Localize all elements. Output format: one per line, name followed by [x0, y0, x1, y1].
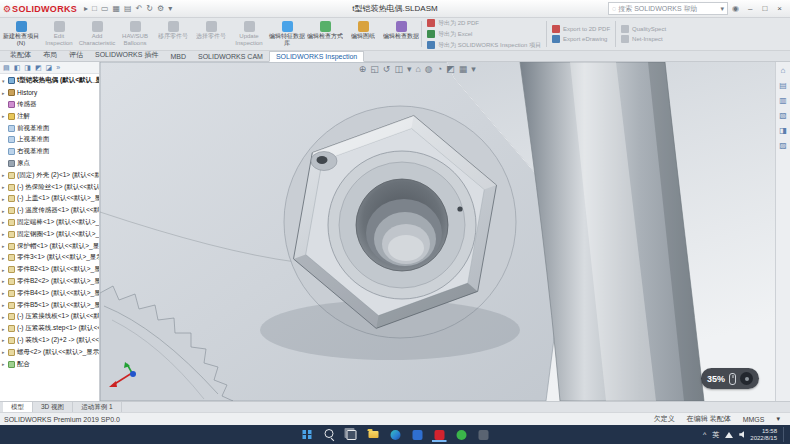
qualityspect-button[interactable]: QualitySpect [621, 25, 666, 33]
propertymanager-tab[interactable]: ◧ [14, 64, 21, 72]
tree-item[interactable]: ▸ 配合 [0, 358, 99, 370]
tree-item[interactable]: ▸ 零件B5<1> (默认<<默认>_显示状态 1>) [0, 299, 99, 311]
input-language-indicator[interactable]: 英 [712, 430, 719, 440]
app-icon[interactable] [476, 427, 491, 442]
show-desktop-button[interactable] [783, 427, 785, 442]
minimize-button[interactable]: – [743, 4, 757, 13]
search-dropdown-icon[interactable]: ▾ [721, 5, 725, 13]
displaymanager-tab[interactable]: ◪ [46, 64, 53, 72]
tab-inspection[interactable]: SOLIDWORKS Inspection [269, 51, 364, 62]
tree-item[interactable]: 传感器 [0, 99, 99, 111]
task-pane-custom-props-icon[interactable]: ▨ [779, 141, 787, 150]
help-search-box[interactable]: ◌ 搜索 SOLIDWORKS 帮助 ▾ [608, 2, 728, 15]
new-document-icon[interactable]: □ [92, 4, 97, 13]
tree-item[interactable]: ▸ History [0, 87, 99, 99]
edit-inspection-data-button[interactable]: 编辑检查数据 [382, 19, 420, 49]
tree-item[interactable]: ▸ 注解 [0, 110, 99, 122]
start-button[interactable] [300, 427, 315, 442]
user-account-icon[interactable]: ◉ [732, 4, 739, 13]
view-orientation-icon[interactable]: ⌂ [415, 64, 420, 74]
select-balloon-button[interactable]: 选择零件号 [192, 19, 230, 49]
browser-icon[interactable] [410, 427, 425, 442]
network-icon[interactable] [725, 432, 733, 438]
graphics-viewport[interactable]: ⊕◱↺◫▾⌂◍◔◩▦▾ 35% [100, 62, 775, 401]
tree-item[interactable]: ▸ 零件3<1> (默认<<默认>_显示状态 1>) [0, 252, 99, 264]
print-icon[interactable]: ▤ [124, 4, 132, 13]
export-inspection-project-button[interactable]: 导出为 SOLIDWORKS Inspection 项目 [427, 41, 541, 50]
previous-view-icon[interactable]: ↺ [383, 64, 391, 74]
tree-item[interactable]: ▸ 保护帽<1> (默认<<默认>_显示状态 1>) [0, 240, 99, 252]
edit-feature-database-button[interactable]: 编辑特征数据库 [268, 19, 306, 49]
task-pane-file-explorer-icon[interactable]: ▥ [779, 96, 787, 105]
tree-item[interactable]: ▸ (-) 装线<1> (2)+2 -> (默认<<默认>_显示状态 1>) [0, 335, 99, 347]
tree-item[interactable]: ▸ 固定端棒<1> (默认<<默认>_显示状态 1>) [0, 217, 99, 229]
tab-mbd[interactable]: MBD [164, 52, 192, 61]
apply-scene-icon[interactable]: ▦ [459, 64, 468, 74]
tab-addins[interactable]: SOLIDWORKS 插件 [89, 49, 164, 61]
tree-item[interactable]: ▸ 零件B2<1> (默认<<默认>_显示状态 1>) [0, 264, 99, 276]
edge-icon[interactable] [388, 427, 403, 442]
rebuild-icon[interactable]: ↻ [146, 4, 153, 13]
zoom-area-icon[interactable]: ◱ [370, 64, 379, 74]
search-button[interactable] [322, 427, 337, 442]
update-inspection-button[interactable]: Update Inspection [230, 19, 268, 49]
tree-item[interactable]: ▸ (-) 压紧装线.step<1> (默认<<默认>_显示状态 1>) [0, 323, 99, 335]
edit-drawing-button[interactable]: 编辑图纸 [344, 19, 382, 49]
section-view-icon[interactable]: ◫ [394, 64, 403, 74]
maximize-button[interactable]: □ [757, 4, 772, 13]
tab-evaluate[interactable]: 评估 [63, 49, 89, 61]
tree-item[interactable]: ▸ 螺母<2> (默认<<默认>_显示状态 1>) [0, 346, 99, 358]
task-pane-appearances-icon[interactable]: ◨ [779, 126, 787, 135]
tab-cam[interactable]: SOLIDWORKS CAM [192, 52, 269, 61]
tray-expand-icon[interactable]: ^ [703, 431, 706, 438]
tree-item[interactable]: ▸ (-) 上盖<1> (默认<<默认>_显示状态 1>) [0, 193, 99, 205]
close-button[interactable]: × [772, 4, 787, 13]
section-dropdown-icon[interactable]: ▾ [407, 64, 412, 74]
task-pane-design-library-icon[interactable]: ▤ [779, 81, 787, 90]
tree-item[interactable]: 上视基准面 [0, 134, 99, 146]
net-inspect-button[interactable]: Net-Inspect [621, 35, 666, 43]
motion-study-tab[interactable]: 运动算例 1 [73, 402, 121, 412]
featuremanager-tab[interactable]: ▤ [3, 64, 10, 72]
dimxpert-tab[interactable]: ◩ [35, 64, 42, 72]
3d-model[interactable] [100, 62, 775, 401]
task-pane-resources-icon[interactable]: ⌂ [781, 66, 786, 75]
toolbar-dropdown-icon[interactable]: ▾ [168, 4, 172, 13]
tab-assembly[interactable]: 装配体 [4, 49, 37, 61]
taskbar-clock[interactable]: 15:58 2022/8/15 [750, 428, 777, 442]
tree-item[interactable]: 右视基准面 [0, 146, 99, 158]
edit-appearance-icon[interactable]: ◩ [446, 64, 455, 74]
tree-item[interactable]: ▸ 零件B4<1> (默认<<默认>_显示状态 1>) [0, 287, 99, 299]
save-icon[interactable]: ▦ [113, 4, 121, 13]
tab-layout[interactable]: 布局 [37, 49, 63, 61]
tree-item[interactable]: ▸ (-) 压紧接线板<1> (默认<<默认>_显示状态 1>) [0, 311, 99, 323]
new-inspection-project-button[interactable]: 新建检查项目(N) [2, 19, 40, 49]
sort-balloon-button[interactable]: 移序零件号 [154, 19, 192, 49]
file-explorer-icon[interactable] [366, 427, 381, 442]
export-edrawing-button[interactable]: Export eDrawing [552, 35, 610, 43]
volume-icon[interactable] [739, 431, 744, 438]
export-to-2d-pdf-button[interactable]: Export to 2D PDF [552, 25, 610, 33]
tree-item[interactable]: ▸ 零件B2<2> (默认<<默认>_显示状态 1>) [0, 276, 99, 288]
messenger-icon[interactable] [454, 427, 469, 442]
tree-item[interactable]: 原点 [0, 158, 99, 170]
hide-show-items-icon[interactable]: ◔ [437, 64, 442, 74]
tree-item[interactable]: ▾ t型铠装热电偶 (默认<默认_显示状态-1>) [0, 75, 99, 87]
configurationmanager-tab[interactable]: ◨ [24, 64, 31, 72]
model-tab[interactable]: 模型 [3, 402, 33, 412]
edit-inspection-method-button[interactable]: 编辑检查方式 [306, 19, 344, 49]
menu-expand-icon[interactable]: ▸ [84, 4, 88, 13]
solidworks-taskbar-icon[interactable] [432, 427, 447, 442]
export-excel-button[interactable]: 导出为 Excel [427, 30, 541, 39]
3d-views-tab[interactable]: 3D 视图 [33, 402, 73, 412]
task-view-button[interactable] [344, 427, 359, 442]
view-settings-icon[interactable]: ▾ [471, 64, 476, 74]
auto-balloon-button[interactable]: HAV/SUB Balloons [116, 19, 154, 49]
zoom-fit-icon[interactable]: ⊕ [359, 64, 367, 74]
tree-item[interactable]: ▸ (-) 热保险丝<1> (默认<<默认>_显示状态 1>) [0, 181, 99, 193]
edit-inspection-project-button[interactable]: Edit Inspection [40, 19, 78, 49]
options-icon[interactable]: ⚙ [157, 4, 164, 13]
tree-item[interactable]: ▸ (固定) 外壳 (2)<1> (默认<<默认>_显示状态 1>) [0, 169, 99, 181]
display-style-icon[interactable]: ◍ [425, 64, 433, 74]
tree-item[interactable]: ▸ (-) 温度传感器<1> (默认<<默认>_显示状态 1>) [0, 205, 99, 217]
